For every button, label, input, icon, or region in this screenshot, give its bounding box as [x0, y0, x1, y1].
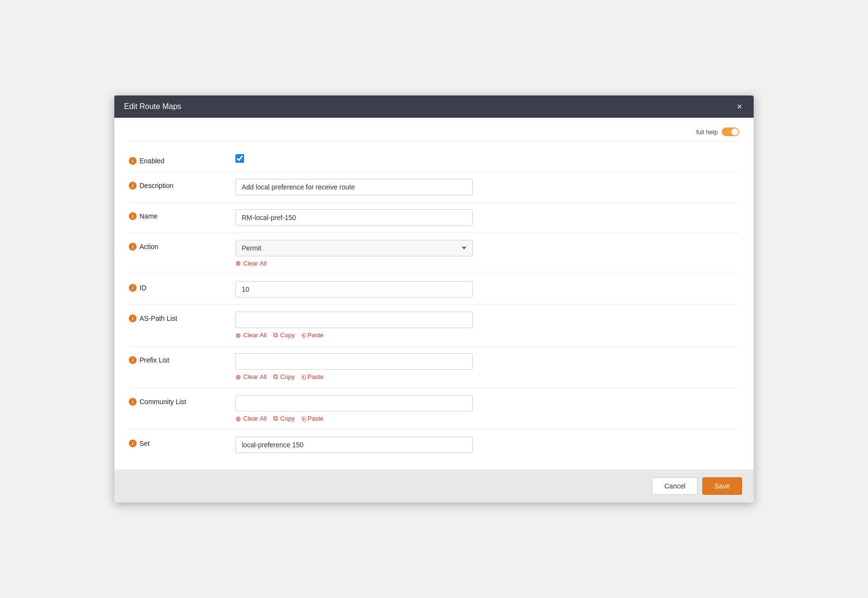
prefix-copy-button[interactable]: ⧉ Copy	[273, 373, 294, 381]
description-control	[235, 179, 739, 195]
id-info-icon[interactable]: i	[129, 284, 137, 292]
prefix-list-label: i Prefix List	[129, 353, 235, 364]
modal-header: Edit Route Maps ×	[114, 95, 754, 118]
action-action-links: ⊗ Clear All	[235, 259, 739, 267]
as-path-copy-icon: ⧉	[273, 331, 278, 339]
prefix-action-links: ⊗ Clear All ⧉ Copy ⎗ Paste	[235, 373, 739, 381]
set-row: i Set	[129, 430, 739, 460]
prefix-clear-icon: ⊗	[235, 373, 241, 381]
close-button[interactable]: ×	[735, 102, 744, 111]
community-list-control: ⊗ Clear All ⧉ Copy ⎗ Paste	[235, 395, 739, 423]
as-path-action-links: ⊗ Clear All ⧉ Copy ⎗ Paste	[235, 331, 739, 339]
set-input[interactable]	[235, 437, 473, 453]
cancel-button[interactable]: Cancel	[652, 477, 698, 495]
name-label: i Name	[129, 209, 235, 220]
as-path-list-label: i AS-Path List	[129, 312, 235, 322]
set-label: i Set	[129, 437, 235, 447]
set-info-icon[interactable]: i	[129, 440, 137, 447]
toggle-thumb	[731, 128, 738, 135]
community-action-links: ⊗ Clear All ⧉ Copy ⎗ Paste	[235, 414, 739, 423]
community-list-row: i Community List ⊗ Clear All ⧉ Copy ⎗	[129, 388, 739, 430]
community-clear-all-button[interactable]: ⊗ Clear All	[235, 415, 266, 423]
as-path-info-icon[interactable]: i	[129, 315, 137, 322]
edit-route-maps-modal: Edit Route Maps × full help i Enabled	[114, 95, 754, 503]
id-label: i ID	[129, 281, 235, 292]
as-path-list-input[interactable]	[235, 312, 473, 328]
modal-body: full help i Enabled i Description	[114, 118, 754, 470]
as-path-list-row: i AS-Path List ⊗ Clear All ⧉ Copy ⎗	[129, 305, 739, 346]
enabled-info-icon[interactable]: i	[129, 157, 137, 165]
name-control	[235, 209, 739, 226]
prefix-list-info-icon[interactable]: i	[129, 356, 137, 364]
set-control	[235, 437, 739, 453]
modal-title: Edit Route Maps	[124, 102, 181, 111]
prefix-list-control: ⊗ Clear All ⧉ Copy ⎗ Paste	[235, 353, 739, 381]
prefix-list-input[interactable]	[235, 353, 473, 370]
enabled-checkbox[interactable]	[235, 154, 244, 163]
name-info-icon[interactable]: i	[129, 212, 137, 220]
enabled-control	[235, 154, 739, 164]
description-label: i Description	[129, 179, 235, 189]
action-clear-all-button[interactable]: ⊗ Clear All	[235, 259, 266, 267]
save-button[interactable]: Save	[702, 477, 742, 495]
as-path-paste-button[interactable]: ⎗ Paste	[302, 331, 324, 339]
description-info-icon[interactable]: i	[129, 182, 137, 189]
community-clear-icon: ⊗	[235, 415, 241, 423]
description-row: i Description	[129, 172, 739, 203]
as-path-list-control: ⊗ Clear All ⧉ Copy ⎗ Paste	[235, 312, 739, 339]
prefix-list-row: i Prefix List ⊗ Clear All ⧉ Copy ⎗	[129, 346, 739, 388]
full-help-row: full help	[129, 127, 739, 142]
prefix-clear-all-button[interactable]: ⊗ Clear All	[235, 373, 266, 381]
as-path-paste-icon: ⎗	[302, 331, 306, 339]
id-control	[235, 281, 739, 298]
action-info-icon[interactable]: i	[129, 243, 137, 251]
prefix-paste-button[interactable]: ⎗ Paste	[302, 373, 324, 381]
action-clear-icon: ⊗	[235, 259, 241, 267]
community-paste-icon: ⎗	[302, 415, 306, 423]
description-input[interactable]	[235, 179, 473, 195]
as-path-clear-all-button[interactable]: ⊗ Clear All	[235, 331, 266, 339]
id-input[interactable]	[235, 281, 473, 298]
action-select[interactable]: Permit Deny	[235, 240, 473, 256]
name-input[interactable]	[235, 209, 473, 226]
community-copy-button[interactable]: ⧉ Copy	[273, 414, 294, 423]
enabled-label: i Enabled	[129, 154, 235, 165]
community-copy-icon: ⧉	[273, 414, 278, 423]
community-list-info-icon[interactable]: i	[129, 398, 137, 406]
prefix-paste-icon: ⎗	[302, 373, 306, 381]
action-control: Permit Deny ⊗ Clear All	[235, 240, 739, 267]
full-help-toggle[interactable]	[722, 127, 739, 136]
action-row: i Action Permit Deny ⊗ Clear All	[129, 233, 739, 274]
full-help-label: full help	[696, 128, 718, 136]
enabled-row: i Enabled	[129, 147, 739, 172]
action-label: i Action	[129, 240, 235, 251]
id-row: i ID	[129, 274, 739, 305]
as-path-clear-icon: ⊗	[235, 331, 241, 339]
modal-footer: Cancel Save	[114, 470, 754, 503]
community-list-label: i Community List	[129, 395, 235, 406]
name-row: i Name	[129, 203, 739, 233]
prefix-copy-icon: ⧉	[273, 373, 278, 381]
community-list-input[interactable]	[235, 395, 473, 411]
community-paste-button[interactable]: ⎗ Paste	[302, 415, 324, 423]
as-path-copy-button[interactable]: ⧉ Copy	[273, 331, 294, 339]
